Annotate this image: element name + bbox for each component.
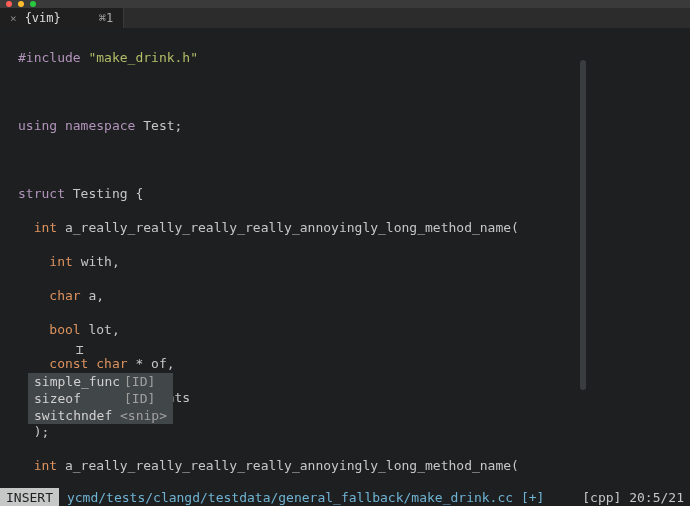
completion-popup[interactable]: simple_func [ID] sizeof [ID] switchndef … xyxy=(28,373,173,424)
ident-token: with, xyxy=(81,254,120,269)
completion-kind: [ID] xyxy=(124,373,155,390)
close-icon[interactable]: × xyxy=(10,10,17,27)
type-token: const xyxy=(49,356,88,371)
tab-label: {vim} xyxy=(25,10,61,27)
tab-shortcut: ⌘1 xyxy=(99,10,113,27)
completion-item[interactable]: switchndef <snip> xyxy=(28,407,173,424)
keyword-token: using xyxy=(18,118,57,133)
window-titlebar xyxy=(0,0,690,8)
type-token: char xyxy=(49,288,80,303)
completion-kind: <snip> xyxy=(120,407,167,424)
completion-item[interactable]: sizeof [ID] xyxy=(28,390,173,407)
type-token: char xyxy=(96,356,127,371)
minimize-window-icon[interactable] xyxy=(18,1,24,7)
ident-token: lot, xyxy=(88,322,119,337)
close-window-icon[interactable] xyxy=(6,1,12,7)
type-token: int xyxy=(49,254,72,269)
mode-indicator: INSERT xyxy=(0,488,59,506)
ident-token: Test; xyxy=(143,118,182,133)
string-token: "make_drink.h" xyxy=(88,50,198,65)
keyword-token: namespace xyxy=(65,118,135,133)
ident-token: * of, xyxy=(128,356,175,371)
ident-token: a, xyxy=(88,288,104,303)
fn-token: a_really_really_really_really_annoyingly… xyxy=(65,458,519,473)
zoom-window-icon[interactable] xyxy=(30,1,36,7)
keyword-token: struct xyxy=(18,186,65,201)
ident-token: Testing { xyxy=(73,186,143,201)
preproc-token: #include xyxy=(18,50,81,65)
tab-bar: × {vim} ⌘1 xyxy=(0,8,690,28)
scrollbar-track[interactable] xyxy=(578,28,586,488)
scrollbar-thumb[interactable] xyxy=(580,60,586,390)
completion-kind: [ID] xyxy=(124,390,155,407)
completion-item[interactable]: simple_func [ID] xyxy=(28,373,173,390)
punc-token: ); xyxy=(18,424,49,439)
status-right: [cpp] 20:5/21 xyxy=(582,489,690,506)
filetype-indicator: [cpp] xyxy=(582,490,621,505)
cursor-position: 20:5/21 xyxy=(629,490,684,505)
type-token: int xyxy=(34,458,57,473)
completion-word: switchndef xyxy=(34,407,120,424)
type-token: bool xyxy=(49,322,80,337)
modified-flag: [+] xyxy=(521,490,544,505)
status-bar: INSERT ycmd/tests/clangd/testdata/genera… xyxy=(0,488,690,506)
completion-word: sizeof xyxy=(34,390,124,407)
fn-token: a_really_really_really_really_annoyingly… xyxy=(65,220,519,235)
tab-vim[interactable]: × {vim} ⌘1 xyxy=(0,8,124,28)
completion-word: simple_func xyxy=(34,373,124,390)
file-path: ycmd/tests/clangd/testdata/general_fallb… xyxy=(59,489,582,506)
type-token: int xyxy=(34,220,57,235)
